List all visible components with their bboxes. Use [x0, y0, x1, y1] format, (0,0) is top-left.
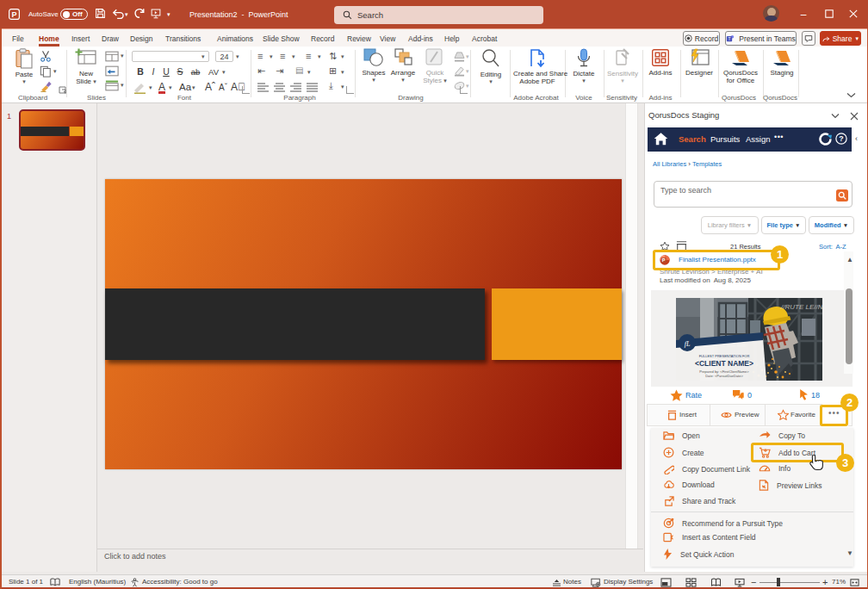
svg-text:T: T [728, 36, 731, 41]
svg-text:FULLEST PRESENTATION FOR: FULLEST PRESENTATION FOR [699, 354, 750, 358]
svg-text:P: P [662, 257, 666, 263]
svg-text:fL: fL [685, 340, 691, 348]
svg-text:P: P [11, 10, 16, 19]
svg-text:?: ? [839, 134, 843, 143]
svg-text://RUTE LE//N/ON: //RUTE LE//N/ON [780, 303, 822, 311]
svg-text:Date: <PursuitDueDate>: Date: <PursuitDueDate> [705, 374, 743, 378]
svg-text:<CLIENT NAME>: <CLIENT NAME> [695, 359, 753, 368]
